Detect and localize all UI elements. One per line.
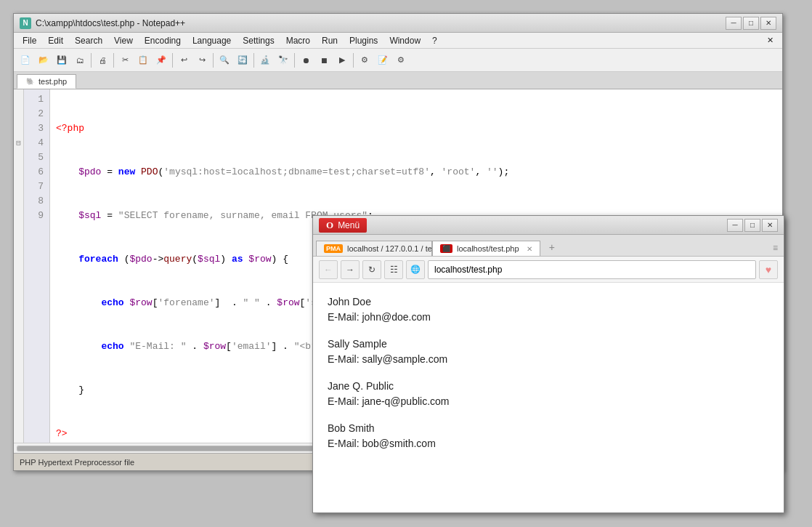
close-button[interactable]: ✕ <box>760 17 776 30</box>
opera-logo: O <box>326 220 333 231</box>
tb-open[interactable]: 📂 <box>35 52 52 69</box>
menu-window[interactable]: Window <box>383 34 426 47</box>
tab-icon: 🐘 <box>26 78 34 85</box>
browser-window: O Menü ─ □ ✕ PMA localhost / 127.0.0.1 /… <box>312 215 784 513</box>
menu-plugins[interactable]: Plugins <box>344 34 383 47</box>
menu-settings[interactable]: Settings <box>237 34 280 47</box>
toolbar-sep-1 <box>91 53 92 68</box>
notepad-tabbar: 🐘 test.php <box>14 72 782 89</box>
address-bar[interactable] <box>428 260 756 279</box>
menu-encoding[interactable]: Encoding <box>139 34 187 47</box>
tb-paste[interactable]: 📌 <box>153 52 170 69</box>
tb-zoomin[interactable]: 🔬 <box>256 52 274 69</box>
tb-find[interactable]: 🔍 <box>216 52 233 69</box>
menu-macro[interactable]: Macro <box>280 34 316 47</box>
person-1-email: E-Mail: john@doe.com <box>328 310 769 325</box>
browser-navbar: ← → ↻ ☷ 🌐 ♥ <box>313 257 784 283</box>
browser-titlebar: O Menü ─ □ ✕ <box>313 216 784 235</box>
notepad-menubar: File Edit Search View Encoding Language … <box>14 33 782 49</box>
toolbar-sep-2 <box>113 53 114 68</box>
person-3: Jane Q. Public E-Mail: jane-q@public.com <box>328 379 769 409</box>
person-4-name: Bob Smith <box>328 421 769 436</box>
scrollbar-thumb[interactable] <box>17 446 322 451</box>
favorites-button[interactable]: ♥ <box>759 260 778 279</box>
tabs-button[interactable]: ☷ <box>384 260 403 279</box>
local-tab-label: localhost/test.php <box>457 244 519 253</box>
person-2-name: Sally Sample <box>328 337 769 352</box>
toolbar-sep-7 <box>353 53 354 68</box>
person-4: Bob Smith E-Mail: bob@smith.com <box>328 421 769 451</box>
titlebar-controls: ─ □ ✕ <box>726 17 776 30</box>
tb-save[interactable]: 💾 <box>53 52 70 69</box>
person-3-email: E-Mail: jane-q@public.com <box>328 394 769 409</box>
tb-run[interactable]: ⚙ <box>356 52 373 69</box>
menu-file[interactable]: File <box>17 34 42 47</box>
menubar-close[interactable]: ✕ <box>761 34 779 47</box>
notepad-titlebar: N C:\xampp\htdocs\test.php - Notepad++ ─… <box>14 14 782 33</box>
pma-tab-label: localhost / 127.0.0.1 / test <box>347 244 432 253</box>
menu-help[interactable]: ? <box>426 34 443 47</box>
tab-label: test.php <box>38 77 67 86</box>
tb-macro-play[interactable]: ▶ <box>333 52 351 69</box>
add-tab-button[interactable]: + <box>543 238 561 256</box>
notepad-icon: N <box>20 17 31 29</box>
menu-search[interactable]: Search <box>69 34 108 47</box>
browser-controls: ─ □ ✕ <box>727 219 778 232</box>
browser-content: John Doe E-Mail: john@doe.com Sally Samp… <box>313 283 784 512</box>
tab-testphp[interactable]: 🐘 test.php <box>17 74 76 89</box>
tb-cut[interactable]: ✂ <box>116 52 134 69</box>
browser-maximize[interactable]: □ <box>744 219 760 232</box>
tb-undo[interactable]: ↩ <box>175 52 192 69</box>
toolbar-sep-5 <box>253 53 254 68</box>
tb-macro-record[interactable]: ⏺ <box>297 52 314 69</box>
tb-replace[interactable]: 🔄 <box>234 52 251 69</box>
tb-macro-stop[interactable]: ⏹ <box>315 52 333 69</box>
browser-close[interactable]: ✕ <box>762 219 778 232</box>
tb-copy[interactable]: 📋 <box>134 52 152 69</box>
code-line-2: $pdo = new PDO('mysql:host=localhost;dbn… <box>56 165 776 180</box>
browser-tab-extra: ≡ <box>767 240 784 256</box>
tb-zoomout[interactable]: 🔭 <box>275 52 292 69</box>
toolbar-sep-4 <box>213 53 214 68</box>
tb-saveall[interactable]: 🗂 <box>71 52 89 69</box>
menu-view[interactable]: View <box>108 34 139 47</box>
reload-button[interactable]: ↻ <box>362 260 381 279</box>
code-line-1: <?php <box>56 121 776 136</box>
home-button[interactable]: 🌐 <box>406 260 425 279</box>
person-2: Sally Sample E-Mail: sally@sample.com <box>328 337 769 367</box>
notepad-toolbar: 📄 📂 💾 🗂 🖨 ✂ 📋 📌 ↩ ↪ 🔍 🔄 🔬 🔭 ⏺ ⏹ ▶ ⚙ 📝 ⚙ <box>14 49 782 72</box>
toolbar-sep-3 <box>172 53 173 68</box>
menu-language[interactable]: Language <box>187 34 237 47</box>
menu-edit[interactable]: Edit <box>42 34 69 47</box>
person-4-email: E-Mail: bob@smith.com <box>328 436 769 451</box>
person-3-name: Jane Q. Public <box>328 379 769 394</box>
opera-menu-label: Menü <box>338 220 360 230</box>
browser-minimize[interactable]: ─ <box>727 219 743 232</box>
tb-print[interactable]: 🖨 <box>94 52 111 69</box>
menu-run[interactable]: Run <box>316 34 344 47</box>
local-tab-icon: ⬛ <box>440 244 452 253</box>
tb-new[interactable]: 📄 <box>17 52 34 69</box>
back-button[interactable]: ← <box>319 260 338 279</box>
minimize-button[interactable]: ─ <box>726 17 742 30</box>
local-tab-close[interactable]: ✕ <box>527 245 532 253</box>
tb-lang[interactable]: 📝 <box>374 52 391 69</box>
person-1: John Doe E-Mail: john@doe.com <box>328 294 769 325</box>
browser-tab-pma[interactable]: PMA localhost / 127.0.0.1 / test ✕ <box>316 241 432 256</box>
toolbar-sep-6 <box>294 53 295 68</box>
line-numbers: 1 2 3 4 5 6 7 8 9 <box>24 89 50 453</box>
forward-button[interactable]: → <box>341 260 360 279</box>
tb-settings[interactable]: ⚙ <box>392 52 410 69</box>
person-2-email: E-Mail: sally@sample.com <box>328 352 769 367</box>
maximize-button[interactable]: □ <box>743 17 759 30</box>
tb-redo[interactable]: ↪ <box>193 52 211 69</box>
notepad-title: C:\xampp\htdocs\test.php - Notepad++ <box>36 18 726 28</box>
pma-tab-icon: PMA <box>324 244 343 253</box>
browser-tab-test[interactable]: ⬛ localhost/test.php ✕ <box>432 241 540 256</box>
fold-column: ⊟ <box>14 89 24 453</box>
opera-menu-button[interactable]: O Menü <box>319 218 367 233</box>
person-1-name: John Doe <box>328 294 769 310</box>
browser-tabbar: PMA localhost / 127.0.0.1 / test ✕ ⬛ loc… <box>313 235 784 257</box>
